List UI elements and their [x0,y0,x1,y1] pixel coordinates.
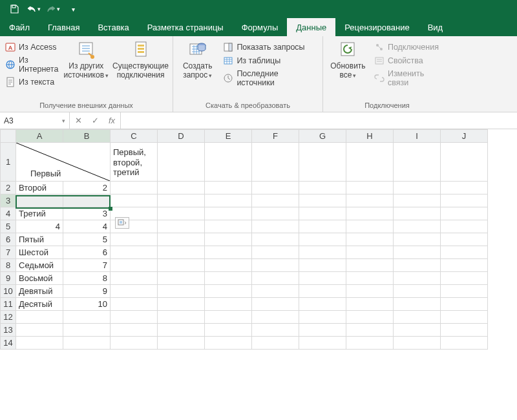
cells-grid[interactable]: A B C D E F G H I J 1 Первый Первый, вто… [0,129,488,350]
cell-F8[interactable] [252,259,299,272]
cell-D3[interactable] [158,194,205,207]
cell-B7[interactable]: 6 [63,246,111,259]
cell-J1[interactable] [441,143,488,182]
cell-D13[interactable] [158,324,205,337]
row-header-8[interactable]: 8 [1,259,16,272]
col-header-I[interactable]: I [394,130,441,143]
cell-F7[interactable] [252,246,299,259]
cell-B8[interactable]: 7 [63,259,111,272]
row-header-1[interactable]: 1 [1,143,16,182]
cell-G11[interactable] [299,298,346,311]
name-box[interactable]: A3 ▾ [0,112,70,129]
cell-B2[interactable]: 2 [63,182,111,194]
cell-C11[interactable] [111,298,158,311]
cell-A2[interactable]: Второй [16,182,63,194]
redo-icon[interactable]: ▾ [44,1,62,17]
cell-C13[interactable] [111,324,158,337]
cell-B5[interactable]: 4 [63,220,111,233]
cell-B6[interactable]: 5 [63,233,111,246]
cell-B3[interactable] [63,194,111,207]
cell-A8[interactable]: Седьмой [16,259,63,272]
cell-I14[interactable] [394,337,441,350]
cell-E3[interactable] [205,194,252,207]
cell-A11[interactable]: Десятый [16,298,63,311]
cell-D11[interactable] [158,298,205,311]
row-header-12[interactable]: 12 [1,311,16,324]
cell-F1[interactable] [252,143,299,182]
cell-E4[interactable] [205,207,252,220]
cell-G2[interactable] [299,182,346,194]
row-header-4[interactable]: 4 [1,207,16,220]
cell-J2[interactable] [441,182,488,194]
worksheet[interactable]: A B C D E F G H I J 1 Первый Первый, вто… [0,129,517,350]
cell-E1[interactable] [205,143,252,182]
cell-D1[interactable] [158,143,205,182]
from-table-button[interactable]: Из таблицы [222,55,319,67]
row-header-3[interactable]: 3 [1,194,16,207]
cell-C14[interactable] [111,337,158,350]
from-web-button[interactable]: Из Интернета [4,55,60,74]
cell-D4[interactable] [158,207,205,220]
undo-icon[interactable]: ▾ [25,1,43,17]
other-sources-button[interactable]: Из других источников▾ [64,39,109,80]
cell-J3[interactable] [441,194,488,207]
tab-formulas[interactable]: Формулы [233,18,288,36]
cell-F4[interactable] [252,207,299,220]
tab-pagelayout[interactable]: Разметка страницы [138,18,233,36]
cell-C2[interactable] [111,182,158,194]
tab-data[interactable]: Данные [287,18,335,36]
cell-D7[interactable] [158,246,205,259]
cell-I5[interactable] [394,220,441,233]
cell-A13[interactable] [16,324,63,337]
col-header-C[interactable]: C [111,130,158,143]
cell-E9[interactable] [205,272,252,285]
col-header-D[interactable]: D [158,130,205,143]
cell-H3[interactable] [346,194,394,207]
tab-home[interactable]: Главная [39,18,89,36]
cell-D10[interactable] [158,285,205,298]
col-header-B[interactable]: B [63,130,111,143]
new-query-button[interactable]: Создать запрос▾ [177,39,218,80]
tab-insert[interactable]: Вставка [89,18,138,36]
row-header-11[interactable]: 11 [1,298,16,311]
cell-I1[interactable] [394,143,441,182]
refresh-all-button[interactable]: Обновить все▾ [327,39,369,80]
cell-J5[interactable] [441,220,488,233]
cell-A10[interactable]: Девятый [16,285,63,298]
show-queries-button[interactable]: Показать запросы [222,41,319,53]
cell-C8[interactable] [111,259,158,272]
cell-J14[interactable] [441,337,488,350]
row-header-10[interactable]: 10 [1,285,16,298]
cell-G12[interactable] [299,311,346,324]
tab-review[interactable]: Рецензирование [335,18,418,36]
cell-B14[interactable] [63,337,111,350]
cell-F11[interactable] [252,298,299,311]
cell-G14[interactable] [299,337,346,350]
cell-E7[interactable] [205,246,252,259]
cell-E6[interactable] [205,233,252,246]
autofill-options-button[interactable] [115,217,129,229]
cell-A6[interactable]: Пятый [16,233,63,246]
cell-I6[interactable] [394,233,441,246]
cell-A14[interactable] [16,337,63,350]
cell-G10[interactable] [299,285,346,298]
cell-H4[interactable] [346,207,394,220]
cell-G7[interactable] [299,246,346,259]
cell-I9[interactable] [394,272,441,285]
fill-handle[interactable] [109,207,112,211]
cell-J12[interactable] [441,311,488,324]
cell-A7[interactable]: Шестой [16,246,63,259]
cell-F2[interactable] [252,182,299,194]
cell-G3[interactable] [299,194,346,207]
cell-H6[interactable] [346,233,394,246]
cell-H7[interactable] [346,246,394,259]
cell-F13[interactable] [252,324,299,337]
cell-J9[interactable] [441,272,488,285]
select-all-corner[interactable] [1,130,16,143]
cell-I4[interactable] [394,207,441,220]
cell-A3[interactable] [16,194,63,207]
properties-button[interactable]: Свойства [373,55,447,67]
cell-B10[interactable]: 9 [63,285,111,298]
cell-H5[interactable] [346,220,394,233]
cell-F10[interactable] [252,285,299,298]
